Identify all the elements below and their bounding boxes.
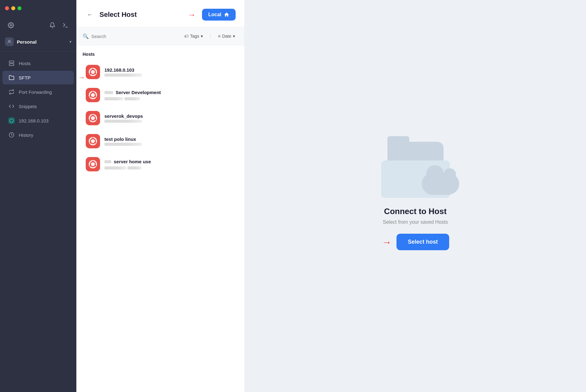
connect-title: Connect to Host xyxy=(384,207,447,216)
svg-point-31 xyxy=(92,161,94,162)
svg-point-12 xyxy=(90,73,91,74)
minimize-window-button[interactable] xyxy=(11,6,15,10)
select-host-arrow-annotation: → xyxy=(382,237,391,247)
svg-point-33 xyxy=(94,165,96,166)
sidebar-item-port-forwarding[interactable]: Port Forwarding xyxy=(2,85,74,99)
sidebar-history-label: History xyxy=(19,132,33,138)
sidebar-nav: Hosts SFTP → Port Forwarding xyxy=(0,53,76,392)
local-button-arrow: → xyxy=(188,10,196,20)
host-sub-1 xyxy=(104,74,142,77)
ubuntu-icon-4 xyxy=(88,136,98,146)
cloud-shape xyxy=(422,173,459,195)
close-window-button[interactable] xyxy=(5,6,9,10)
tag-icon: 🏷 xyxy=(184,34,189,39)
sidebar-hosts-label: Hosts xyxy=(19,61,31,66)
svg-point-2 xyxy=(8,40,10,42)
search-bar: 🔍 🏷 Tags ▾ | ≡ Date ▾ xyxy=(76,27,244,45)
hosts-icon xyxy=(8,60,15,67)
local-button-label: Local xyxy=(208,12,221,17)
svg-point-7 xyxy=(10,119,13,122)
maximize-window-button[interactable] xyxy=(17,6,22,10)
host-name-1: 192.168.0.103 xyxy=(104,67,235,73)
account-icon xyxy=(5,37,14,46)
date-chevron-icon: ▾ xyxy=(233,34,235,39)
sidebar-item-snippets[interactable]: Snippets xyxy=(2,99,74,113)
host-avatar-5 xyxy=(86,157,100,171)
svg-point-0 xyxy=(10,25,12,26)
host-avatar-1 xyxy=(86,65,100,79)
host-list: Hosts 192.168.0.103 xyxy=(76,45,244,392)
sidebar-sftp-label: SFTP xyxy=(19,75,31,80)
account-selector[interactable]: Personal ▾ xyxy=(0,34,76,49)
sidebar-item-sftp[interactable]: SFTP → xyxy=(2,71,74,84)
ubuntu-icon-1 xyxy=(88,67,98,77)
svg-point-22 xyxy=(90,119,91,120)
titlebar xyxy=(0,0,76,16)
ubuntu-icon-2 xyxy=(88,90,98,100)
back-button[interactable]: ← xyxy=(85,10,94,19)
host-name-3: serverok_devops xyxy=(104,113,235,119)
history-host-icon xyxy=(8,117,15,124)
traffic-lights xyxy=(5,6,22,10)
folder-illustration xyxy=(381,142,450,198)
history-icon xyxy=(8,131,15,138)
sidebar-snippets-label: Snippets xyxy=(19,104,37,109)
select-host-row: → Select host xyxy=(382,234,449,250)
ubuntu-icon-5 xyxy=(88,159,98,169)
svg-point-16 xyxy=(92,92,94,93)
svg-point-13 xyxy=(94,73,96,74)
chevron-down-icon: ▾ xyxy=(70,40,71,44)
svg-point-18 xyxy=(94,96,96,97)
settings-button[interactable] xyxy=(6,20,16,31)
svg-point-11 xyxy=(92,69,94,70)
host-sub-5b xyxy=(127,166,142,170)
svg-rect-3 xyxy=(9,61,14,63)
terminal-button[interactable] xyxy=(60,20,71,31)
host-item-3[interactable]: serverok_devops xyxy=(83,107,238,129)
svg-point-32 xyxy=(90,165,91,166)
host-avatar-4 xyxy=(86,134,100,148)
tags-filter[interactable]: 🏷 Tags ▾ xyxy=(181,32,206,40)
hosts-section-title: Hosts xyxy=(83,52,238,57)
date-filter[interactable]: ≡ Date ▾ xyxy=(215,32,238,40)
account-label: Personal xyxy=(17,39,66,45)
host-name-2: Server Development xyxy=(104,90,235,95)
filter-separator: | xyxy=(210,33,211,39)
svg-point-17 xyxy=(90,96,91,97)
svg-point-26 xyxy=(92,138,94,139)
host-item-4[interactable]: test polo linux xyxy=(83,130,238,152)
host-name-4: test polo linux xyxy=(104,136,235,142)
sidebar-item-hosts[interactable]: Hosts xyxy=(2,56,74,70)
panel-header: ← Select Host → Local xyxy=(76,0,244,27)
host-sub-5a xyxy=(104,166,126,170)
home-icon xyxy=(224,12,229,17)
sidebar-item-history-host[interactable]: 192.168.0.103 xyxy=(2,114,74,127)
host-info-1: 192.168.0.103 xyxy=(104,67,235,77)
notification-button[interactable] xyxy=(47,20,58,31)
tags-label: Tags xyxy=(190,34,199,39)
svg-point-27 xyxy=(90,142,91,143)
svg-point-28 xyxy=(94,142,96,143)
right-panel: Connect to Host Select from your saved H… xyxy=(245,0,586,392)
host-item-1[interactable]: 192.168.0.103 xyxy=(83,61,238,83)
host-sub-3 xyxy=(104,120,142,123)
sftp-icon xyxy=(8,74,15,81)
sidebar-port-label: Port Forwarding xyxy=(19,89,52,95)
panel-title: Select Host xyxy=(99,11,183,19)
local-button[interactable]: Local xyxy=(202,9,236,21)
host-name-5: server home use xyxy=(104,159,235,164)
svg-point-23 xyxy=(94,119,96,120)
select-host-button[interactable]: Select host xyxy=(396,234,449,250)
search-input[interactable] xyxy=(91,34,177,39)
sidebar-top-icons xyxy=(0,16,76,34)
date-label: Date xyxy=(222,34,231,39)
divider xyxy=(0,51,76,51)
host-info-3: serverok_devops xyxy=(104,113,235,123)
host-item-2[interactable]: Server Development xyxy=(83,84,238,106)
sidebar-item-history[interactable]: History xyxy=(2,128,74,142)
tags-chevron-icon: ▾ xyxy=(201,34,203,39)
host-info-5: server home use xyxy=(104,159,235,170)
host-item-5[interactable]: server home use xyxy=(83,153,238,175)
sidebar: Personal ▾ Hosts SFTP xyxy=(0,0,76,392)
connect-subtitle: Select from your saved Hosts xyxy=(383,219,448,225)
